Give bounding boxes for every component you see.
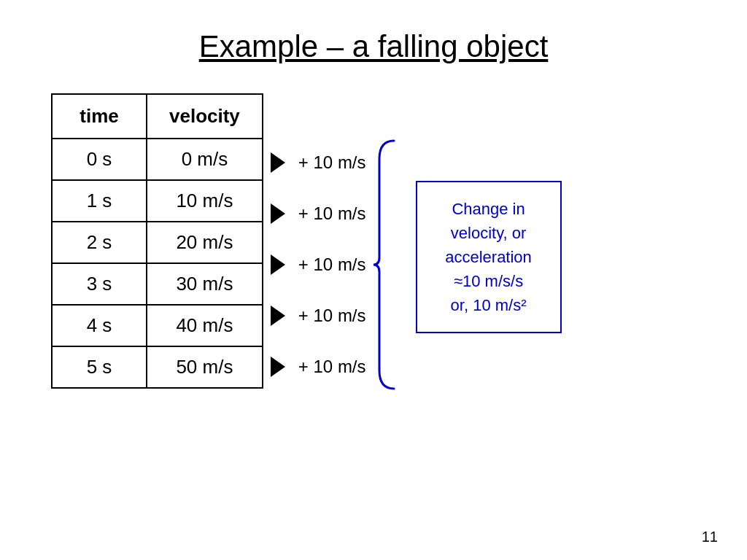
table-cell: 50 m/s: [147, 346, 263, 388]
content-area: time velocity 0 s0 m/s1 s10 m/s2 s20 m/s…: [51, 93, 711, 392]
plus-label: + 10 m/s: [298, 137, 366, 188]
arrow-row: [271, 341, 285, 392]
info-line2: velocity, or: [451, 224, 527, 242]
data-table: time velocity 0 s0 m/s1 s10 m/s2 s20 m/s…: [51, 93, 263, 389]
brace-icon: [372, 137, 401, 392]
plus-labels: + 10 m/s+ 10 m/s+ 10 m/s+ 10 m/s+ 10 m/s: [298, 137, 366, 392]
table-cell: 0 s: [52, 139, 147, 180]
chevron-icon: [271, 306, 285, 326]
info-line4: ≈10 m/s/s: [454, 272, 523, 290]
chevron-icon: [271, 203, 285, 224]
plus-label: + 10 m/s: [298, 341, 366, 392]
plus-label: + 10 m/s: [298, 290, 366, 341]
arrow-row: [271, 290, 285, 341]
table-cell: 5 s: [52, 346, 147, 388]
table-row: 3 s30 m/s: [52, 263, 263, 305]
arrow-row: [271, 239, 285, 290]
table-cell: 30 m/s: [147, 263, 263, 305]
chevron-icon: [271, 254, 285, 275]
table-cell: 20 m/s: [147, 222, 263, 263]
table-cell: 40 m/s: [147, 305, 263, 346]
table-row: 4 s40 m/s: [52, 305, 263, 346]
plus-label: + 10 m/s: [298, 239, 366, 290]
table-cell: 0 m/s: [147, 139, 263, 180]
page-number: 11: [702, 529, 718, 545]
table-row: 1 s10 m/s: [52, 180, 263, 222]
info-box: Change in velocity, or acceleration ≈10 …: [416, 181, 562, 333]
table-cell: 2 s: [52, 222, 147, 263]
slide: Example – a falling object time velocity…: [0, 0, 747, 560]
brace-container: [372, 137, 401, 392]
table-row: 5 s50 m/s: [52, 346, 263, 388]
slide-title: Example – a falling object: [36, 29, 711, 64]
arrow-row: [271, 137, 285, 188]
info-line1: Change in: [452, 200, 525, 218]
table-row: 2 s20 m/s: [52, 222, 263, 263]
arrows-column: [271, 137, 285, 392]
info-line3: acceleration: [445, 248, 532, 266]
chevron-icon: [271, 357, 285, 377]
info-line5: or, 10 m/s²: [451, 296, 527, 314]
table-cell: 10 m/s: [147, 180, 263, 222]
arrow-row: [271, 188, 285, 239]
table-cell: 4 s: [52, 305, 147, 346]
chevron-icon: [271, 152, 285, 173]
header-time: time: [52, 94, 147, 139]
table-cell: 3 s: [52, 263, 147, 305]
header-velocity: velocity: [147, 94, 263, 139]
table-row: 0 s0 m/s: [52, 139, 263, 180]
plus-label: + 10 m/s: [298, 188, 366, 239]
table-cell: 1 s: [52, 180, 147, 222]
